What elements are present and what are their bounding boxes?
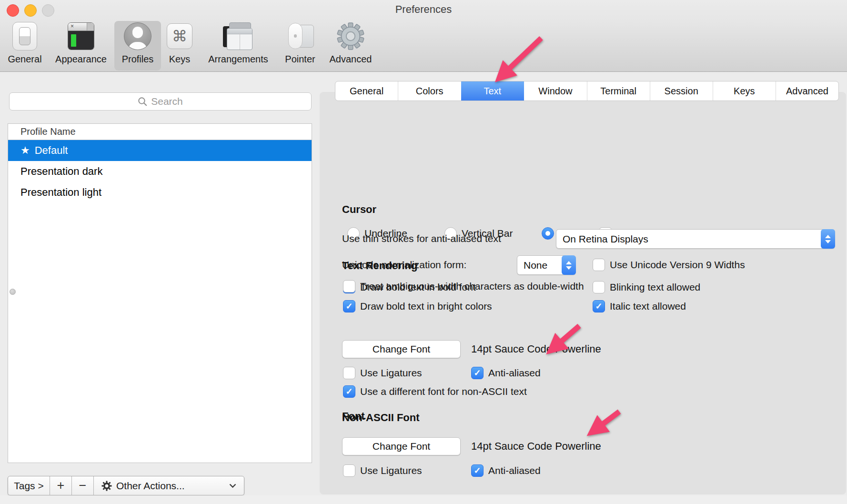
tab-label: Terminal <box>600 86 636 97</box>
checkbox-ambiguous-width[interactable] <box>343 280 355 292</box>
checkbox-non-ascii-antialiased[interactable]: ✓ <box>471 464 484 477</box>
check-icon: ✓ <box>474 368 481 378</box>
change-font-button[interactable]: Change Font <box>342 340 461 358</box>
profile-name: Presentation light <box>20 186 101 199</box>
toolbar-label: Profiles <box>122 54 154 65</box>
checkbox-blinking-text[interactable] <box>593 281 605 293</box>
profile-search-input[interactable]: Search <box>9 92 312 111</box>
checkbox-unicode-v9[interactable] <box>593 259 605 271</box>
tab-general[interactable]: General <box>335 81 398 101</box>
profiles-person-icon <box>124 21 151 51</box>
check-icon: ✓ <box>345 301 353 312</box>
tab-label: General <box>350 86 383 97</box>
bright-colors-option[interactable]: ✓ Draw bold text in bright colors <box>343 300 492 313</box>
profile-name: Presentation dark <box>20 165 102 178</box>
unicode-form-select[interactable]: None <box>517 255 576 275</box>
other-actions-dropdown[interactable]: Other Actions... <box>94 476 244 495</box>
titlebar-toolbar: Preferences General × Appearance Profile… <box>0 0 847 72</box>
radio-box[interactable] <box>542 227 554 240</box>
change-font-label: Change Font <box>373 441 430 452</box>
add-profile-button[interactable]: + <box>50 476 72 495</box>
profile-row-presentation-light[interactable]: Presentation light <box>8 182 312 203</box>
thin-strokes-label: Use thin strokes for anti-aliased text <box>342 233 501 244</box>
tab-keys[interactable]: Keys <box>713 81 776 101</box>
font-antialiased-label: Anti-aliased <box>488 367 541 379</box>
tab-label: Advanced <box>786 86 828 97</box>
keys-command-icon: ⌘ <box>167 21 192 51</box>
non-ascii-font-value: 14pt Sauce Code Powerline <box>471 440 601 453</box>
toolbar-item-pointer[interactable]: Pointer <box>281 21 319 71</box>
ambiguous-width-option[interactable]: Treat ambiguous-width characters as doub… <box>343 280 584 293</box>
window-title: Preferences <box>0 3 847 16</box>
profile-name: Default <box>35 144 68 157</box>
appearance-window-icon: × <box>68 21 94 51</box>
checkbox-font-antialiased[interactable]: ✓ <box>471 367 484 379</box>
select-chevrons-icon <box>821 229 835 249</box>
checkbox-italic-text[interactable]: ✓ <box>593 300 605 312</box>
blinking-text-label: Blinking text allowed <box>610 282 700 293</box>
profile-row-default[interactable]: ★ Default <box>8 140 312 161</box>
unicode-form-label: Unicode normalization form: <box>342 259 466 271</box>
toolbar-label: Keys <box>169 54 190 65</box>
window-edge-drag-dot[interactable] <box>10 289 16 295</box>
toolbar-item-appearance[interactable]: × Appearance <box>50 21 112 71</box>
font-antialiased-option[interactable]: ✓ Anti-aliased <box>471 366 541 380</box>
window-bottom-strip <box>0 495 847 504</box>
checkbox-non-ascii-ligatures[interactable] <box>343 464 355 477</box>
profile-name-column-header: Profile Name <box>20 126 76 137</box>
blinking-text-option[interactable]: Blinking text allowed <box>593 281 700 294</box>
font-ligatures-option[interactable]: Use Ligatures <box>343 366 422 380</box>
preferences-window: Preferences General × Appearance Profile… <box>0 0 847 504</box>
checkbox-font-ligatures[interactable] <box>343 367 355 379</box>
non-ascii-ligatures-option[interactable]: Use Ligatures <box>343 464 422 477</box>
plus-icon: + <box>57 478 65 493</box>
tab-advanced[interactable]: Advanced <box>776 81 838 101</box>
non-ascii-antialiased-option[interactable]: ✓ Anti-aliased <box>471 464 541 477</box>
tags-button[interactable]: Tags > <box>8 476 50 495</box>
remove-profile-button[interactable]: − <box>72 476 94 495</box>
other-actions-label: Other Actions... <box>116 480 185 492</box>
tab-label: Keys <box>734 86 755 97</box>
toolbar-item-general[interactable]: General <box>4 21 46 71</box>
tab-terminal[interactable]: Terminal <box>587 81 650 101</box>
checkbox-non-ascii-toggle[interactable]: ✓ <box>343 385 355 398</box>
tab-window[interactable]: Window <box>524 81 587 101</box>
unicode-v9-option[interactable]: Use Unicode Version 9 Widths <box>593 258 745 272</box>
tags-label: Tags > <box>14 480 43 492</box>
toolbar-item-profiles[interactable]: Profiles <box>114 21 161 71</box>
toolbar-label: Pointer <box>285 54 315 65</box>
tab-text[interactable]: Text <box>461 81 524 101</box>
check-icon: ✓ <box>474 465 481 476</box>
tab-colors[interactable]: Colors <box>398 81 461 101</box>
profile-row-presentation-dark[interactable]: Presentation dark <box>8 161 312 182</box>
profile-list-header[interactable]: Profile Name <box>8 124 312 140</box>
italic-text-option[interactable]: ✓ Italic text allowed <box>593 300 686 313</box>
thin-strokes-select[interactable]: On Retina Displays <box>556 229 835 249</box>
non-ascii-font-heading: Non-ASCII Font <box>342 412 420 424</box>
advanced-gear-icon <box>337 21 364 51</box>
star-icon: ★ <box>20 144 30 157</box>
toolbar-item-keys[interactable]: ⌘ Keys <box>164 21 195 71</box>
non-ascii-antialiased-label: Anti-aliased <box>488 465 541 476</box>
gear-icon <box>101 481 112 491</box>
check-icon: ✓ <box>595 301 602 312</box>
font-ligatures-label: Use Ligatures <box>360 367 422 379</box>
checkbox-bright-colors[interactable]: ✓ <box>343 300 355 312</box>
check-icon: ✓ <box>345 386 353 397</box>
chevron-down-icon <box>229 484 236 488</box>
toolbar-label: General <box>8 54 41 65</box>
non-ascii-toggle-option[interactable]: ✓ Use a different font for non-ASCII tex… <box>343 385 527 398</box>
change-non-ascii-font-button[interactable]: Change Font <box>342 437 461 455</box>
tab-session[interactable]: Session <box>650 81 713 101</box>
general-switch-icon <box>12 21 37 51</box>
unicode-v9-label: Use Unicode Version 9 Widths <box>610 259 745 271</box>
toolbar-item-advanced[interactable]: Advanced <box>324 21 377 71</box>
select-chevrons-icon <box>562 255 576 275</box>
profile-list: Profile Name ★ Default Presentation dark… <box>8 123 312 463</box>
toolbar-item-arrangements[interactable]: Arrangements <box>201 21 275 71</box>
profile-actions-bar: Tags > + − Other Actions... <box>8 476 244 495</box>
toolbar-label: Appearance <box>55 54 107 65</box>
non-ascii-toggle-label: Use a different font for non-ASCII text <box>360 386 527 397</box>
ambiguous-width-label: Treat ambiguous-width characters as doub… <box>360 281 584 292</box>
unicode-form-value: None <box>517 260 547 271</box>
